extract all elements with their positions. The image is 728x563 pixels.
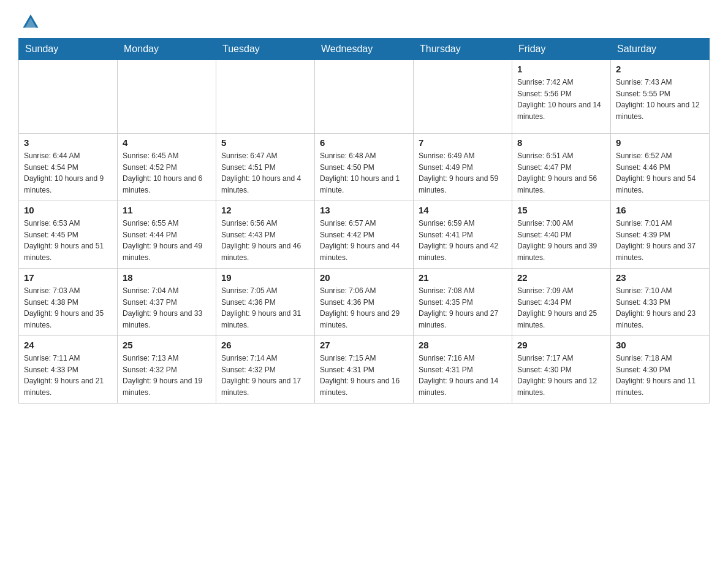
week-row-5: 24Sunrise: 7:11 AMSunset: 4:33 PMDayligh…	[19, 336, 710, 404]
day-detail: Sunrise: 7:09 AMSunset: 4:34 PMDaylight:…	[517, 285, 605, 331]
day-detail: Sunrise: 7:00 AMSunset: 4:40 PMDaylight:…	[517, 218, 605, 263]
day-number: 17	[24, 272, 112, 283]
weekday-header-saturday: Saturday	[611, 39, 710, 60]
calendar-cell: 30Sunrise: 7:18 AMSunset: 4:30 PMDayligh…	[611, 336, 710, 404]
day-detail: Sunrise: 7:13 AMSunset: 4:32 PMDaylight:…	[123, 353, 211, 398]
calendar-cell: 29Sunrise: 7:17 AMSunset: 4:30 PMDayligh…	[512, 336, 611, 404]
calendar-cell: 18Sunrise: 7:04 AMSunset: 4:37 PMDayligh…	[118, 269, 216, 336]
calendar-cell: 13Sunrise: 6:57 AMSunset: 4:42 PMDayligh…	[315, 201, 414, 269]
day-number: 22	[517, 272, 605, 283]
day-number: 8	[517, 137, 605, 148]
day-number: 24	[24, 340, 112, 350]
day-detail: Sunrise: 6:52 AMSunset: 4:46 PMDaylight:…	[616, 150, 704, 196]
day-detail: Sunrise: 6:57 AMSunset: 4:42 PMDaylight:…	[320, 218, 408, 263]
day-number: 28	[419, 340, 507, 350]
day-detail: Sunrise: 6:45 AMSunset: 4:52 PMDaylight:…	[123, 150, 211, 196]
calendar-cell: 3Sunrise: 6:44 AMSunset: 4:54 PMDaylight…	[19, 134, 118, 201]
weekday-header-friday: Friday	[512, 39, 611, 60]
weekday-header-sunday: Sunday	[19, 39, 118, 60]
day-number: 13	[320, 205, 408, 215]
calendar-cell: 14Sunrise: 6:59 AMSunset: 4:41 PMDayligh…	[414, 201, 512, 269]
calendar-cell: 2Sunrise: 7:43 AMSunset: 5:55 PMDaylight…	[611, 60, 710, 134]
day-number: 12	[221, 205, 309, 215]
day-detail: Sunrise: 6:59 AMSunset: 4:41 PMDaylight:…	[419, 218, 507, 263]
day-number: 10	[24, 205, 112, 215]
day-number: 18	[123, 272, 211, 283]
calendar-cell: 20Sunrise: 7:06 AMSunset: 4:36 PMDayligh…	[315, 269, 414, 336]
day-number: 30	[616, 340, 704, 350]
weekday-header-monday: Monday	[118, 39, 216, 60]
day-detail: Sunrise: 6:47 AMSunset: 4:51 PMDaylight:…	[221, 150, 309, 196]
calendar-cell: 12Sunrise: 6:56 AMSunset: 4:43 PMDayligh…	[216, 201, 315, 269]
calendar-cell: 4Sunrise: 6:45 AMSunset: 4:52 PMDaylight…	[118, 134, 216, 201]
day-detail: Sunrise: 7:15 AMSunset: 4:31 PMDaylight:…	[320, 353, 408, 398]
logo-icon	[21, 12, 40, 32]
week-row-2: 3Sunrise: 6:44 AMSunset: 4:54 PMDaylight…	[19, 134, 710, 201]
calendar-cell: 17Sunrise: 7:03 AMSunset: 4:38 PMDayligh…	[19, 269, 118, 336]
day-detail: Sunrise: 7:43 AMSunset: 5:55 PMDaylight:…	[616, 77, 704, 122]
calendar-cell	[315, 60, 414, 134]
calendar-cell: 19Sunrise: 7:05 AMSunset: 4:36 PMDayligh…	[216, 269, 315, 336]
calendar-cell: 15Sunrise: 7:00 AMSunset: 4:40 PMDayligh…	[512, 201, 611, 269]
calendar-cell: 9Sunrise: 6:52 AMSunset: 4:46 PMDaylight…	[611, 134, 710, 201]
calendar-table: SundayMondayTuesdayWednesdayThursdayFrid…	[18, 38, 710, 404]
day-number: 26	[221, 340, 309, 350]
day-detail: Sunrise: 7:16 AMSunset: 4:31 PMDaylight:…	[419, 353, 507, 398]
calendar-cell: 24Sunrise: 7:11 AMSunset: 4:33 PMDayligh…	[19, 336, 118, 404]
calendar-cell: 25Sunrise: 7:13 AMSunset: 4:32 PMDayligh…	[118, 336, 216, 404]
day-detail: Sunrise: 6:48 AMSunset: 4:50 PMDaylight:…	[320, 150, 408, 196]
day-number: 7	[419, 137, 507, 148]
calendar-cell: 6Sunrise: 6:48 AMSunset: 4:50 PMDaylight…	[315, 134, 414, 201]
day-detail: Sunrise: 7:04 AMSunset: 4:37 PMDaylight:…	[123, 285, 211, 331]
day-number: 2	[616, 64, 704, 74]
weekday-header-thursday: Thursday	[414, 39, 512, 60]
day-number: 20	[320, 272, 408, 283]
day-detail: Sunrise: 7:18 AMSunset: 4:30 PMDaylight:…	[616, 353, 704, 398]
day-detail: Sunrise: 6:51 AMSunset: 4:47 PMDaylight:…	[517, 150, 605, 196]
logo	[18, 12, 43, 32]
day-number: 16	[616, 205, 704, 215]
day-detail: Sunrise: 6:49 AMSunset: 4:49 PMDaylight:…	[419, 150, 507, 196]
day-number: 15	[517, 205, 605, 215]
calendar-cell: 21Sunrise: 7:08 AMSunset: 4:35 PMDayligh…	[414, 269, 512, 336]
day-number: 25	[123, 340, 211, 350]
calendar-cell: 28Sunrise: 7:16 AMSunset: 4:31 PMDayligh…	[414, 336, 512, 404]
calendar-cell: 27Sunrise: 7:15 AMSunset: 4:31 PMDayligh…	[315, 336, 414, 404]
calendar-cell	[118, 60, 216, 134]
day-number: 3	[24, 137, 112, 148]
day-detail: Sunrise: 7:03 AMSunset: 4:38 PMDaylight:…	[24, 285, 112, 331]
week-row-1: 1Sunrise: 7:42 AMSunset: 5:56 PMDaylight…	[19, 60, 710, 134]
day-number: 19	[221, 272, 309, 283]
day-detail: Sunrise: 7:14 AMSunset: 4:32 PMDaylight:…	[221, 353, 309, 398]
calendar-cell: 5Sunrise: 6:47 AMSunset: 4:51 PMDaylight…	[216, 134, 315, 201]
day-detail: Sunrise: 7:11 AMSunset: 4:33 PMDaylight:…	[24, 353, 112, 398]
day-number: 27	[320, 340, 408, 350]
calendar-cell	[414, 60, 512, 134]
day-detail: Sunrise: 7:08 AMSunset: 4:35 PMDaylight:…	[419, 285, 507, 331]
calendar-cell: 10Sunrise: 6:53 AMSunset: 4:45 PMDayligh…	[19, 201, 118, 269]
day-detail: Sunrise: 7:17 AMSunset: 4:30 PMDaylight:…	[517, 353, 605, 398]
day-detail: Sunrise: 7:05 AMSunset: 4:36 PMDaylight:…	[221, 285, 309, 331]
calendar-cell: 7Sunrise: 6:49 AMSunset: 4:49 PMDaylight…	[414, 134, 512, 201]
page-header	[18, 12, 710, 32]
day-number: 6	[320, 137, 408, 148]
day-detail: Sunrise: 6:44 AMSunset: 4:54 PMDaylight:…	[24, 150, 112, 196]
weekday-header-wednesday: Wednesday	[315, 39, 414, 60]
calendar-cell: 23Sunrise: 7:10 AMSunset: 4:33 PMDayligh…	[611, 269, 710, 336]
day-number: 1	[517, 64, 605, 74]
calendar-cell: 11Sunrise: 6:55 AMSunset: 4:44 PMDayligh…	[118, 201, 216, 269]
day-number: 23	[616, 272, 704, 283]
day-number: 29	[517, 340, 605, 350]
day-number: 9	[616, 137, 704, 148]
day-detail: Sunrise: 6:55 AMSunset: 4:44 PMDaylight:…	[123, 218, 211, 263]
day-number: 5	[221, 137, 309, 148]
day-number: 11	[123, 205, 211, 215]
calendar-cell: 1Sunrise: 7:42 AMSunset: 5:56 PMDaylight…	[512, 60, 611, 134]
day-detail: Sunrise: 6:56 AMSunset: 4:43 PMDaylight:…	[221, 218, 309, 263]
calendar-cell: 8Sunrise: 6:51 AMSunset: 4:47 PMDaylight…	[512, 134, 611, 201]
week-row-4: 17Sunrise: 7:03 AMSunset: 4:38 PMDayligh…	[19, 269, 710, 336]
day-detail: Sunrise: 7:42 AMSunset: 5:56 PMDaylight:…	[517, 77, 605, 122]
day-number: 14	[419, 205, 507, 215]
day-detail: Sunrise: 7:06 AMSunset: 4:36 PMDaylight:…	[320, 285, 408, 331]
weekday-header-row: SundayMondayTuesdayWednesdayThursdayFrid…	[19, 39, 710, 60]
